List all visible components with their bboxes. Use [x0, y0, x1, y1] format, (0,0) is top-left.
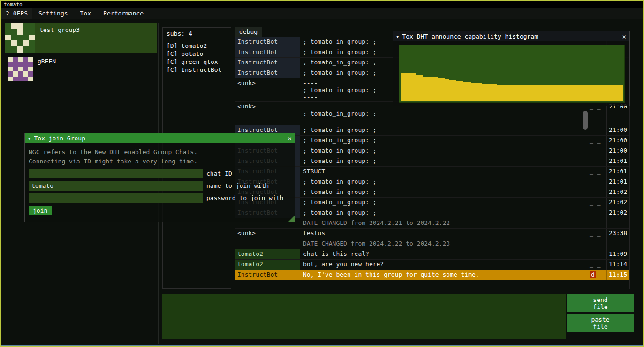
close-icon[interactable]: ×	[622, 33, 626, 40]
join-window-body: NGC refers to the New DHT enabled Group …	[25, 143, 295, 222]
histogram-bar	[605, 85, 608, 101]
histogram-bar	[504, 85, 508, 101]
sender-name: InstructBot	[235, 68, 300, 78]
timestamp: 11:09	[607, 249, 629, 259]
receipt-marks: _ _	[588, 125, 607, 135]
message-text: ; tomato_in_group: ;	[300, 208, 588, 218]
histogram-bar	[430, 77, 434, 101]
group-item-gREEN[interactable]: gREEN	[5, 54, 157, 84]
histogram-bar	[508, 85, 512, 101]
receipt-marks: _ _	[588, 146, 607, 156]
join-info-text: Connecting via ID might take a very long…	[29, 157, 291, 166]
menu-item-settings[interactable]: Settings	[32, 8, 74, 19]
histogram-bar	[590, 85, 593, 101]
menu-item-20fps: 2.0FPS	[1, 8, 32, 19]
histogram-bar	[401, 73, 404, 101]
timestamp: 11:15	[607, 270, 629, 280]
member-item[interactable]: [C] green_qtox	[163, 58, 231, 66]
histogram-window-titlebar[interactable]: ▼ Tox DHT announce capability histogram …	[393, 31, 629, 41]
message-row[interactable]: <unk>testus_ _23:38	[235, 229, 629, 239]
delivery-badge: d	[590, 271, 596, 278]
histogram-bar	[423, 77, 426, 101]
app-window: tomato 2.0FPSSettingsToxPerformance test…	[0, 0, 644, 347]
titlebar: tomato	[1, 1, 643, 8]
join-name-input[interactable]	[29, 181, 203, 191]
send-file-button[interactable]: send file	[567, 294, 634, 312]
send-file-label-line2: file	[567, 303, 634, 310]
histogram-bar	[527, 85, 530, 101]
histogram-bar	[612, 85, 616, 101]
timestamp: 23:38	[607, 229, 629, 239]
group-list: test_group3gREEN	[5, 23, 157, 85]
receipt-marks: _ _	[588, 177, 607, 187]
histogram-bar	[493, 84, 497, 101]
timestamp	[607, 239, 629, 249]
sender-name: InstructBot	[235, 47, 300, 57]
histogram-bar	[571, 85, 575, 101]
histogram-bar	[467, 82, 471, 101]
chat-scrollbar[interactable]	[583, 111, 588, 130]
histogram-bar	[556, 85, 560, 101]
message-text: ; tomato_in_group: ;	[300, 136, 588, 146]
menu-item-tox[interactable]: Tox	[74, 8, 97, 19]
receipt-marks: _ _	[588, 187, 607, 197]
tab-debug[interactable]: debug	[235, 27, 262, 37]
receipt-marks: _ _	[588, 198, 607, 208]
histogram-bar	[408, 73, 412, 101]
member-item[interactable]: [C] potato	[163, 50, 231, 58]
group-item-test_group3[interactable]: test_group3	[5, 23, 157, 53]
field-label: name to join with	[206, 182, 269, 189]
message-input[interactable]	[162, 294, 566, 339]
message-row[interactable]: tomato2chat is this real?_ _11:09	[235, 249, 629, 260]
date-row[interactable]: DATE CHANGED from 2024.2.22 to 2024.2.23	[235, 239, 629, 249]
timestamp: 21:00	[607, 136, 629, 146]
join-password-input[interactable]	[29, 193, 203, 203]
message-text: ; tomato_in_group: ;	[300, 156, 588, 166]
timestamp: 21:01	[607, 156, 629, 166]
member-item[interactable]: [D] tomato2	[163, 42, 231, 50]
timestamp: 11:14	[607, 260, 629, 270]
histogram-bar	[453, 80, 456, 101]
histogram-bar	[608, 85, 612, 101]
join-field-row: name to join with	[29, 181, 291, 191]
join-button[interactable]: join	[29, 206, 52, 215]
receipt-marks: _ _	[588, 208, 607, 218]
join-window-titlebar[interactable]: ▼ Tox join Group ×	[25, 133, 295, 143]
collapse-arrow-icon[interactable]: ▼	[28, 136, 30, 141]
histogram-bar	[575, 85, 579, 101]
chat-id-input[interactable]	[29, 169, 203, 178]
message-text: ; tomato_in_group: ;	[300, 198, 588, 208]
receipt-marks	[588, 239, 607, 249]
histogram-bar	[512, 85, 515, 101]
group-avatar-icon	[8, 57, 33, 81]
histogram-bar	[449, 80, 453, 101]
close-icon[interactable]: ×	[288, 135, 292, 142]
send-file-label-line1: send	[567, 296, 634, 303]
timestamp: 21:02	[607, 187, 629, 197]
receipt-marks: d	[588, 270, 607, 280]
join-info-text: NGC refers to the New DHT enabled Group …	[29, 147, 291, 157]
composer: send file paste file	[162, 294, 634, 339]
histogram-bar	[500, 85, 504, 101]
histogram-bar	[515, 85, 519, 101]
collapse-arrow-icon[interactable]: ▼	[396, 34, 399, 39]
message-row[interactable]: tomato2bot, are you new here?_ _11:14	[235, 260, 629, 270]
receipt-marks: _ _	[588, 229, 607, 239]
histogram-window: ▼ Tox DHT announce capability histogram …	[393, 31, 630, 106]
group-name: gREEN	[38, 58, 56, 65]
histogram-bar	[530, 85, 534, 101]
histogram-bar	[441, 78, 445, 101]
message-row[interactable]: InstructBotNo, I've been in this group f…	[235, 270, 629, 280]
menu-item-performance[interactable]: Performance	[97, 8, 150, 19]
histogram-bar	[579, 85, 583, 101]
message-text: DATE CHANGED from 2024.2.21 to 2024.2.22	[300, 218, 588, 228]
file-buttons: send file paste file	[567, 294, 634, 334]
paste-file-button[interactable]: paste file	[567, 314, 634, 332]
resize-grip[interactable]	[288, 216, 295, 222]
histogram-bar	[490, 84, 493, 101]
histogram-bar	[586, 85, 590, 101]
histogram-bar	[616, 85, 620, 101]
histogram-bar	[519, 85, 523, 101]
menubar: 2.0FPSSettingsToxPerformance	[1, 8, 643, 19]
member-item[interactable]: [C] InstructBot	[163, 66, 231, 74]
